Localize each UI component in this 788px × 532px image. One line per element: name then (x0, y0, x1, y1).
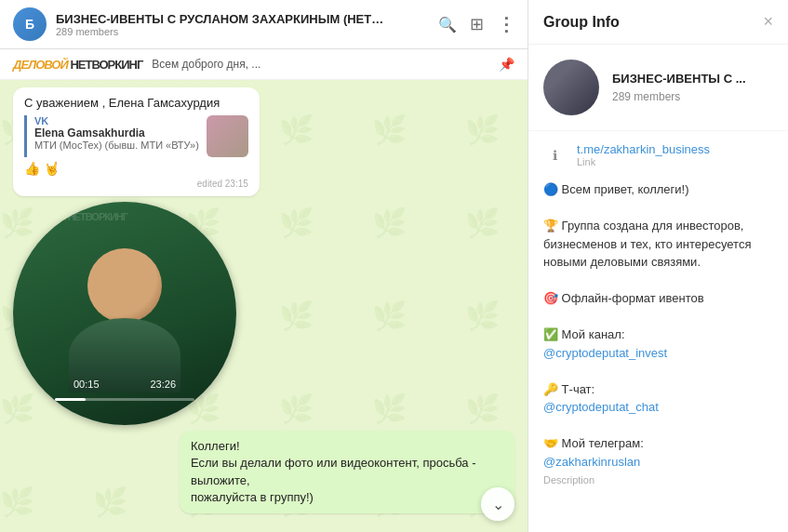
video-watermark: ДЕЛОВОЙ НЕТВОРКИНГ (20, 211, 127, 222)
vk-card-info: VK Elena Gamsakhurdia МТИ (МосТех) (бывш… (34, 115, 199, 151)
desc-line-3: 🎯 Офлайн-формат ивентов (543, 289, 773, 308)
chat-header-members: 289 members (56, 26, 391, 37)
video-progress-fill (55, 398, 86, 401)
video-head (87, 248, 162, 323)
pinned-preview: Всем доброго дня, ... (152, 58, 491, 71)
desc-line-4: ✅ Мой канал: (543, 326, 773, 344)
reaction-thumbsup[interactable]: 👍 (24, 161, 40, 176)
pin-logo-delo: ДЕЛОВОЙ (13, 58, 68, 72)
description-block: 🔵 Всем привет, коллеги!) 🏆 Группа создан… (543, 177, 773, 485)
telegram-link[interactable]: @zakharkinruslan (543, 453, 773, 472)
info-group-members: 289 members (612, 90, 746, 103)
volume-indicator[interactable]: 🔊 (199, 213, 223, 229)
reactions: 👍 🤘 (24, 161, 248, 176)
outgoing-text: Коллеги! Если вы делали фото или видеоко… (191, 438, 503, 506)
link-content: t.me/zakharkin_business Link (577, 142, 773, 167)
desc-line-2: 🏆 Группа создана для инвесторов, бизнесм… (543, 217, 773, 272)
volume-icon: 🔊 (205, 215, 218, 227)
pin-logo-net: НЕТВОРКИНГ (68, 58, 143, 72)
message-bubble: С уважением , Елена Гамсахурдия VK Elena… (13, 87, 260, 196)
close-button[interactable]: × (763, 12, 773, 32)
info-header: Group Info × (528, 0, 788, 45)
outgoing-message: Коллеги! Если вы делали фото или видеоко… (180, 431, 514, 513)
channel-link[interactable]: @cryptodeputat_invest (543, 344, 773, 363)
vk-name: Elena Gamsakhurdia (34, 126, 199, 140)
info-avatar (543, 60, 599, 115)
chat-header: Б БИЗНЕС-ИВЕНТЫ С РУСЛАНОМ ЗАХАРКИНЫМ (Н… (0, 0, 528, 49)
chat-title: БИЗНЕС-ИВЕНТЫ С РУСЛАНОМ ЗАХАРКИНЫМ (НЕТ… (56, 12, 391, 26)
info-panel-title: Group Info (543, 14, 620, 31)
reaction-rock[interactable]: 🤘 (44, 161, 60, 176)
info-group-name: БИЗНЕС-ИВЕНТЫ С ... (612, 72, 746, 87)
chat-header-actions: 🔍 ⊞ ⋮ (438, 13, 514, 35)
video-message[interactable]: ДЕЛОВОЙ НЕТВОРКИНГ 🔊 00:15 23:26 (13, 202, 236, 425)
pinned-message[interactable]: ДЕЛОВОЙ НЕТВОРКИНГ Всем доброго дня, ...… (0, 49, 528, 80)
message-meta: edited 23:15 (24, 179, 248, 189)
vk-label: VK (34, 115, 199, 126)
pin-icon: 📌 (499, 57, 514, 72)
message-text-greeting: С уважением , Елена Гамсахурдия (24, 95, 248, 112)
vk-desc: МТИ (МосТех) (бывш. МТИ «ВТУ») (34, 140, 199, 151)
more-options-icon[interactable]: ⋮ (497, 13, 514, 35)
link-row: ℹ t.me/zakharkin_business Link (543, 142, 773, 167)
video-person (13, 202, 236, 425)
link-label: Link (577, 156, 773, 167)
desc-line-1: 🔵 Всем привет, коллеги!) (543, 180, 773, 199)
pin-logo: ДЕЛОВОЙ НЕТВОРКИНГ (13, 58, 142, 72)
info-avatar-inner (543, 60, 599, 115)
chat-avatar: Б (13, 7, 47, 41)
chat-messages: С уважением , Елена Гамсахурдия VK Elena… (0, 80, 528, 532)
message-edited: edited 23:15 (197, 179, 248, 189)
search-icon[interactable]: 🔍 (438, 16, 457, 33)
link-url[interactable]: t.me/zakharkin_business (577, 142, 773, 156)
tchat-link[interactable]: @cryptodeputat_chat (543, 398, 773, 417)
desc-line-6: 🤝 Мой телеграм: (543, 434, 773, 453)
info-content: ℹ t.me/zakharkin_business Link 🔵 Всем пр… (528, 131, 788, 497)
info-group-meta: БИЗНЕС-ИВЕНТЫ С ... 289 members (612, 72, 746, 103)
vk-thumbnail (207, 115, 248, 157)
desc-line-5: 🔑 Т-чат: (543, 380, 773, 399)
description-label: Description (543, 474, 773, 485)
vk-card: VK Elena Gamsakhurdia МТИ (МосТех) (бывш… (24, 115, 248, 157)
chat-header-left: Б БИЗНЕС-ИВЕНТЫ С РУСЛАНОМ ЗАХАРКИНЫМ (Н… (13, 7, 391, 41)
description-text: 🔵 Всем привет, коллеги!) 🏆 Группа создан… (543, 177, 773, 471)
video-current-time: 00:15 (73, 379, 100, 390)
columns-icon[interactable]: ⊞ (470, 14, 484, 34)
link-info-icon: ℹ (543, 144, 566, 166)
scroll-to-bottom-button[interactable]: ⌄ (481, 487, 514, 521)
info-panel: Group Info × БИЗНЕС-ИВЕНТЫ С ... 289 mem… (528, 0, 788, 532)
chat-header-info: БИЗНЕС-ИВЕНТЫ С РУСЛАНОМ ЗАХАРКИНЫМ (НЕТ… (56, 12, 391, 37)
pin-logo-text: ДЕЛОВОЙ НЕТВОРКИНГ (13, 58, 142, 72)
info-group-header: БИЗНЕС-ИВЕНТЫ С ... 289 members (528, 45, 788, 131)
video-total-time: 23:26 (151, 379, 177, 390)
video-time-labels: 00:15 23:26 (73, 379, 176, 390)
video-progress-bar (55, 398, 194, 401)
chat-panel: Б БИЗНЕС-ИВЕНТЫ С РУСЛАНОМ ЗАХАРКИНЫМ (Н… (0, 0, 528, 532)
